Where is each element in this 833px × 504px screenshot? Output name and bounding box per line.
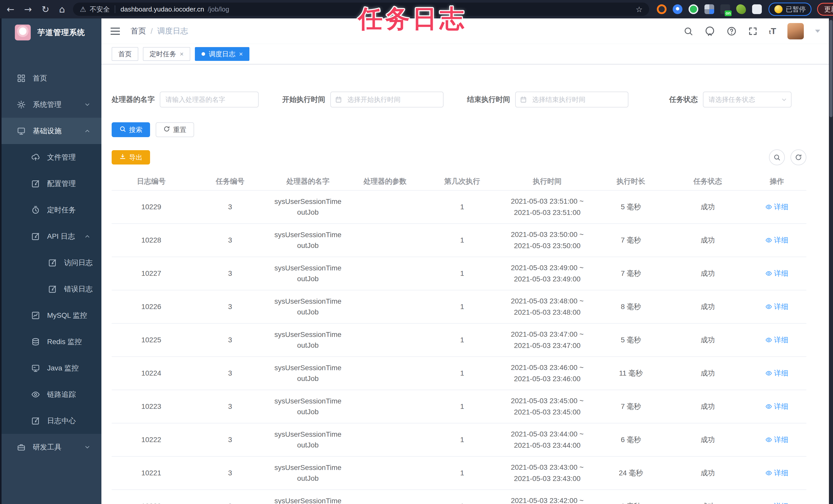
chevron-up-icon	[84, 233, 91, 240]
github-icon[interactable]	[705, 26, 715, 36]
reset-button[interactable]: 重置	[156, 122, 194, 137]
file-upload-icon	[31, 153, 40, 162]
detail-link[interactable]: 详细	[765, 202, 788, 212]
forward-icon[interactable]: →	[24, 4, 32, 15]
detail-link[interactable]: 详细	[765, 269, 788, 278]
export-button[interactable]: 导出	[112, 150, 150, 165]
api-log-icon	[31, 232, 40, 241]
breadcrumb-home[interactable]: 首页	[130, 26, 146, 36]
cell-task-id: 3	[191, 290, 269, 323]
browser-extension-icon[interactable]	[752, 4, 762, 14]
browser-extension-icon[interactable]	[657, 4, 667, 14]
table-column-header[interactable]: 执行时长	[594, 172, 668, 190]
table-column-header[interactable]: 执行时间	[501, 172, 594, 190]
avatar[interactable]	[787, 23, 804, 40]
paused-extension-pill[interactable]: 已暂停	[768, 3, 811, 16]
table-column-header[interactable]: 处理器的参数	[347, 172, 424, 190]
sidebar-item[interactable]: 定时任务	[0, 197, 101, 223]
window-scrollbar[interactable]	[829, 19, 833, 504]
browser-extension-icon[interactable]	[673, 4, 683, 14]
eye-icon	[765, 237, 772, 244]
hamburger-icon[interactable]	[111, 28, 120, 35]
detail-link[interactable]: 详细	[765, 235, 788, 245]
page-content: 处理器的名字 开始执行时间 结束执行时间 任务状态	[101, 82, 829, 504]
close-icon[interactable]: ×	[180, 50, 184, 58]
chevron-up-icon	[84, 128, 91, 134]
detail-link[interactable]: 详细	[765, 369, 788, 378]
task-status-select[interactable]	[703, 92, 791, 107]
table-column-header[interactable]: 第几次执行	[424, 172, 501, 190]
sidebar-item[interactable]: 链路追踪	[0, 381, 101, 407]
search-button[interactable]: 搜索	[112, 122, 150, 137]
cell-log-id: 10227	[112, 257, 191, 290]
cell-task-id: 3	[191, 357, 269, 390]
detail-link[interactable]: 详细	[765, 302, 788, 311]
sidebar-item[interactable]: 首页	[0, 65, 101, 91]
sidebar-item[interactable]: 配置管理	[0, 170, 101, 197]
cell-handler-name: sysUserSessionTimeoutJob	[269, 456, 347, 490]
font-size-icon[interactable]: tT	[769, 26, 776, 36]
sidebar-item[interactable]: Redis 监控	[0, 328, 101, 355]
sidebar-item[interactable]: API 日志	[0, 223, 101, 249]
cell-execute-index: 1	[424, 357, 501, 390]
calendar-icon	[335, 96, 342, 103]
table-column-header[interactable]: 操作	[747, 172, 806, 190]
sidebar-item[interactable]: Java 监控	[0, 355, 101, 381]
cell-execute-index: 1	[424, 257, 501, 290]
cell-duration: 7 毫秒	[594, 390, 668, 423]
cell-task-id: 3	[191, 390, 269, 423]
detail-link[interactable]: 详细	[765, 435, 788, 445]
sidebar-item[interactable]: 错误日志	[0, 276, 101, 302]
detail-link[interactable]: 详细	[765, 468, 788, 478]
table-column-header[interactable]: 任务状态	[668, 172, 747, 190]
fullscreen-icon[interactable]	[748, 26, 758, 36]
detail-link[interactable]: 详细	[765, 335, 788, 345]
trace-icon	[31, 390, 40, 399]
detail-link[interactable]: 详细	[765, 501, 788, 504]
sidebar-item[interactable]: 文件管理	[0, 144, 101, 170]
sidebar-item[interactable]: MySQL 监控	[0, 302, 101, 328]
breadcrumb: 首页 / 调度日志	[130, 26, 188, 36]
update-button[interactable]: 更新	[817, 3, 833, 16]
home-icon[interactable]: ⌂	[59, 4, 65, 15]
tab-home[interactable]: 首页	[112, 47, 138, 61]
table-column-header[interactable]: 处理器的名字	[269, 172, 347, 190]
back-icon[interactable]: ←	[7, 4, 14, 15]
toggle-search-button[interactable]	[769, 149, 785, 165]
browser-extension-icon[interactable]	[705, 4, 714, 14]
cell-execute-index: 1	[424, 190, 501, 224]
start-time-input[interactable]	[330, 92, 444, 107]
bookmark-star-icon[interactable]: ☆	[636, 5, 642, 14]
help-icon[interactable]	[727, 26, 737, 36]
search-icon[interactable]	[684, 26, 693, 36]
sidebar-menu: 首页系统管理基础设施文件管理配置管理定时任务API 日志访问日志错误日志MySQ…	[0, 65, 101, 460]
browser-extension-icon[interactable]: on	[720, 4, 730, 14]
sidebar-item[interactable]: 系统管理	[0, 91, 101, 118]
sidebar-item[interactable]: 研发工具	[0, 434, 101, 460]
detail-link[interactable]: 详细	[765, 402, 788, 411]
tab-schedule-log[interactable]: 调度日志 ×	[195, 47, 249, 61]
end-time-input[interactable]	[515, 92, 628, 107]
close-icon[interactable]: ×	[239, 50, 243, 58]
table-row: 102243sysUserSessionTimeoutJob12021-05-0…	[112, 357, 806, 390]
cell-task-id: 3	[191, 323, 269, 357]
cell-execute-index: 1	[424, 390, 501, 423]
eye-icon	[765, 303, 772, 310]
app-logo-row[interactable]: 芋道管理系统	[0, 19, 101, 47]
browser-extension-icon[interactable]	[736, 4, 746, 14]
table-column-header[interactable]: 日志编号	[112, 172, 191, 190]
scrollbar-thumb[interactable]	[829, 20, 832, 117]
reload-icon[interactable]: ↻	[42, 4, 49, 15]
sidebar-item-label: 日志中心	[47, 416, 76, 426]
refresh-table-button[interactable]	[790, 149, 806, 165]
table-column-header[interactable]: 任务编号	[191, 172, 269, 190]
tab-scheduled-task[interactable]: 定时任务 ×	[143, 47, 190, 61]
sidebar-item[interactable]: 基础设施	[0, 118, 101, 144]
chevron-down-icon[interactable]	[815, 30, 820, 33]
sidebar-item[interactable]: 日志中心	[0, 407, 101, 434]
sidebar-item[interactable]: 访问日志	[0, 249, 101, 276]
chevron-down-icon	[781, 97, 787, 103]
cell-handler-name: sysUserSessionTimeoutJob	[269, 224, 347, 257]
browser-extension-icon[interactable]	[689, 4, 698, 14]
handler-name-input[interactable]	[160, 92, 259, 107]
